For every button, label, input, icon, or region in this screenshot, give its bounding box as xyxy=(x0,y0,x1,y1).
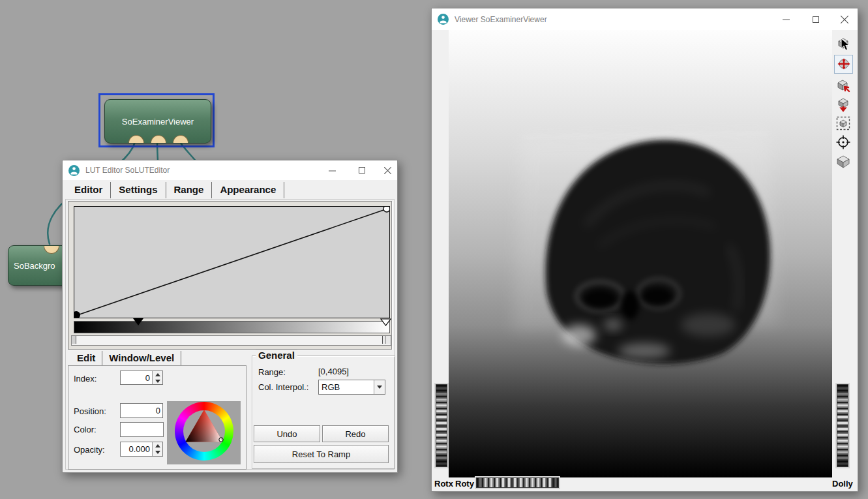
view-all-icon[interactable] xyxy=(834,114,852,132)
rotate-view-mode-icon[interactable] xyxy=(834,55,853,74)
node-output-connector-1[interactable] xyxy=(128,135,144,143)
viewer-window-title: Viewer SoExaminerViewer xyxy=(455,15,547,24)
opacity-value: 0.000 xyxy=(121,444,152,454)
dolly-label: Dolly xyxy=(832,479,853,489)
spin-up-icon[interactable] xyxy=(153,371,162,378)
spin-up-icon[interactable] xyxy=(153,442,162,449)
lut-close-button[interactable] xyxy=(378,160,397,180)
range-label: Range: xyxy=(258,367,286,377)
tab-range[interactable]: Range xyxy=(166,182,213,198)
desktop: SoBackgro SoExaminerViewer LUT Editor So… xyxy=(0,0,868,499)
range-slider-left-handle[interactable] xyxy=(72,336,76,344)
tab-editor[interactable]: Editor xyxy=(67,182,111,198)
close-icon xyxy=(384,167,391,174)
color-label: Color: xyxy=(74,425,97,434)
home-icon[interactable] xyxy=(834,95,852,113)
maximize-icon xyxy=(359,167,365,174)
gradient-marker-right[interactable] xyxy=(380,318,391,326)
tab-window-level[interactable]: Window/Level xyxy=(102,351,181,366)
position-value: 0 xyxy=(121,406,162,416)
undo-button[interactable]: Undo xyxy=(254,425,320,442)
node-label: SoBackgro xyxy=(14,261,55,271)
redo-button[interactable]: Redo xyxy=(322,425,389,442)
range-value: [0,4095] xyxy=(318,367,349,376)
tab-edit[interactable]: Edit xyxy=(70,351,102,366)
opacity-label: Opacity: xyxy=(74,445,105,455)
gradient-marker-left[interactable] xyxy=(133,318,143,325)
general-title: General xyxy=(256,350,297,361)
mouse-cursor xyxy=(841,38,851,52)
index-spinbox[interactable]: 0 xyxy=(120,370,163,385)
color-wheel-panel xyxy=(167,401,241,464)
viewer-window: Viewer SoExaminerViewer xyxy=(431,8,858,492)
position-input[interactable]: 0 xyxy=(120,403,163,418)
mevislab-app-icon xyxy=(438,14,449,25)
opacity-spinbox[interactable]: 0.000 xyxy=(120,442,163,457)
index-label: Index: xyxy=(74,374,97,384)
viewer-close-button[interactable] xyxy=(831,8,858,30)
color-swatch[interactable] xyxy=(120,422,164,437)
reset-to-ramp-button[interactable]: Reset To Ramp xyxy=(254,445,389,463)
position-label: Position: xyxy=(74,406,106,416)
maximize-icon xyxy=(813,16,819,23)
lut-tab-bar: Editor Settings Range Appearance xyxy=(67,181,284,198)
node-label: SoExaminerViewer xyxy=(122,117,194,127)
viewport-3d[interactable] xyxy=(449,30,832,477)
curve-point-end[interactable] xyxy=(383,207,389,212)
hsv-triangle[interactable] xyxy=(175,402,233,461)
mevislab-app-icon xyxy=(68,165,80,176)
minimize-icon xyxy=(329,167,336,174)
seek-icon[interactable] xyxy=(834,133,852,151)
set-home-icon[interactable] xyxy=(834,76,852,94)
edit-tab-bar: Edit Window/Level xyxy=(70,350,181,366)
chevron-down-icon xyxy=(377,386,382,389)
rotx-thumbwheel[interactable] xyxy=(476,477,559,488)
lut-editor-window: LUT Editor SoLUTEditor Editor Settings R… xyxy=(62,160,398,473)
node-input-connector[interactable] xyxy=(44,246,59,254)
viewer-minimize-button[interactable] xyxy=(773,8,799,30)
spin-down-icon[interactable] xyxy=(153,449,162,457)
viewer-maximize-button[interactable] xyxy=(803,8,829,30)
interp-value: RGB xyxy=(319,382,374,392)
spin-down-icon[interactable] xyxy=(153,378,162,384)
camera-type-icon[interactable] xyxy=(834,152,852,170)
lut-curve-canvas[interactable] xyxy=(74,206,390,318)
range-slider-right-handle[interactable] xyxy=(382,336,391,344)
lut-window-title: LUT Editor SoLUTEditor xyxy=(85,166,170,175)
tab-appearance[interactable]: Appearance xyxy=(212,182,284,198)
lut-titlebar[interactable]: LUT Editor SoLUTEditor xyxy=(63,160,397,180)
lut-range-slider[interactable] xyxy=(71,335,391,346)
interp-combobox[interactable]: RGB xyxy=(318,380,385,395)
node-soexaminerviewer[interactable]: SoExaminerViewer xyxy=(104,99,211,144)
curve-point-start[interactable] xyxy=(74,311,80,318)
node-output-connector-2[interactable] xyxy=(151,135,166,143)
tab-settings[interactable]: Settings xyxy=(111,182,166,198)
node-output-connector-3[interactable] xyxy=(173,135,188,143)
lut-gradient-bar[interactable] xyxy=(74,321,390,333)
dolly-thumbwheel[interactable] xyxy=(837,384,848,467)
lut-minimize-button[interactable] xyxy=(322,160,342,180)
lut-maximize-button[interactable] xyxy=(352,160,372,180)
roty-thumbwheel[interactable] xyxy=(436,384,447,467)
minimize-icon xyxy=(783,16,790,23)
rotx-label: Rotx xyxy=(434,479,453,489)
triangle-selector xyxy=(219,438,223,442)
index-value: 0 xyxy=(121,373,152,383)
roty-label: Roty xyxy=(455,479,474,489)
interp-label: Col. Interpol.: xyxy=(258,382,308,392)
close-icon xyxy=(841,16,848,23)
